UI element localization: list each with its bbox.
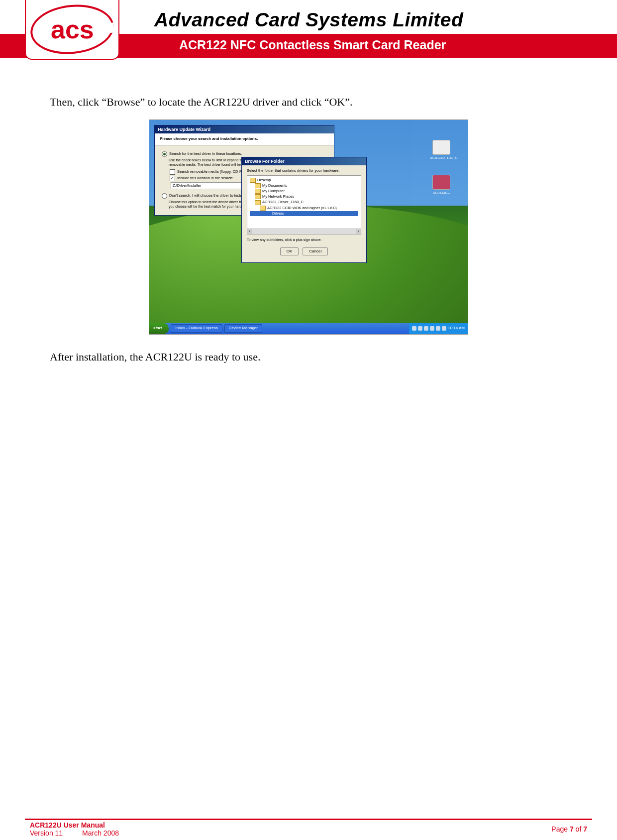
tray-icon[interactable] bbox=[424, 326, 428, 331]
logo-oval: acs bbox=[28, 0, 116, 58]
company-name: Advanced Card Systems Limited bbox=[154, 9, 463, 31]
wizard-option-search: Search for the best driver in these loca… bbox=[162, 151, 327, 157]
tree-label: My Network Places bbox=[262, 194, 294, 199]
footer-version: Version 11 March 2008 bbox=[30, 829, 119, 837]
tree-node-ccid[interactable]: ACR122 CCID WDK and higher (v1.1.6.0) bbox=[250, 206, 358, 211]
wizard-path-input[interactable]: Z:\Driver\Installer bbox=[171, 182, 244, 189]
paragraph-1: Then, click “Browse” to locate the ACR12… bbox=[50, 95, 567, 110]
browse-note: To view any subfolders, click a plus sig… bbox=[247, 238, 361, 242]
start-button[interactable]: start bbox=[149, 323, 169, 334]
wizard-option-label: Search for the best driver in these loca… bbox=[169, 151, 242, 156]
tree-node-desktop[interactable]: Desktop bbox=[250, 178, 358, 183]
footer-left: ACR122U User Manual Version 11 March 200… bbox=[30, 821, 119, 837]
folder-icon bbox=[255, 189, 261, 194]
system-tray: 10:14 AM bbox=[409, 323, 468, 334]
tree-label: Drivers bbox=[272, 211, 284, 216]
screenshot-figure: ACR122U_1160_C ACR122U... Hardware Updat… bbox=[149, 120, 468, 335]
tray-clock: 10:14 AM bbox=[448, 326, 465, 331]
folder-tree[interactable]: Desktop My Documents My Computer My Netw… bbox=[247, 175, 361, 229]
archive-icon bbox=[432, 175, 450, 190]
browse-body: Select the folder that contains drivers … bbox=[242, 165, 366, 263]
wizard-heading: Please choose your search and installati… bbox=[155, 133, 334, 145]
folder-icon bbox=[260, 206, 266, 211]
tree-node-driverfolder[interactable]: ACR122_Driver_1160_C bbox=[250, 200, 358, 205]
scroll-left-icon[interactable]: ‹ bbox=[247, 229, 252, 234]
page-of: of bbox=[574, 825, 583, 833]
tray-icon[interactable] bbox=[442, 326, 446, 331]
browse-titlebar: Browse For Folder bbox=[242, 157, 366, 165]
logo-badge: acs bbox=[25, 0, 119, 60]
checkbox-icon[interactable] bbox=[170, 169, 175, 175]
browse-buttons: OK Cancel bbox=[247, 245, 361, 260]
footer-date: March 2008 bbox=[82, 829, 119, 837]
windows-taskbar: start Inbox - Outlook Express Device Man… bbox=[149, 323, 468, 334]
footer-title: ACR122U User Manual bbox=[30, 821, 119, 829]
desktop-icon-folder: ACR122U_1160_C bbox=[430, 140, 453, 160]
tree-node-drivers[interactable]: Drivers bbox=[250, 211, 358, 216]
tray-icon[interactable] bbox=[430, 326, 434, 331]
tree-label: ACR122_Driver_1160_C bbox=[262, 200, 304, 205]
taskbar-item-devmgr[interactable]: Device Manager bbox=[224, 324, 262, 333]
scroll-right-icon[interactable]: › bbox=[356, 229, 361, 234]
tree-node-computer[interactable]: My Computer bbox=[250, 189, 358, 194]
folder-icon bbox=[250, 178, 256, 183]
radio-icon[interactable] bbox=[162, 151, 167, 157]
ok-button[interactable]: OK bbox=[280, 247, 299, 256]
radio-icon[interactable] bbox=[162, 193, 167, 199]
tree-node-network[interactable]: My Network Places bbox=[250, 194, 358, 199]
wizard-titlebar: Hardware Update Wizard bbox=[155, 125, 334, 133]
page-content: Then, click “Browse” to locate the ACR12… bbox=[0, 60, 617, 364]
page-current: 7 bbox=[570, 825, 574, 833]
folder-icon bbox=[432, 140, 450, 155]
checkbox-label: Include this location in the search: bbox=[177, 176, 233, 181]
tree-label: ACR122 CCID WDK and higher (v1.1.6.0) bbox=[267, 206, 337, 211]
page-label: Page bbox=[551, 825, 570, 833]
wizard-option-label: Don't search. I will choose the driver t… bbox=[169, 193, 245, 198]
folder-icon bbox=[255, 194, 261, 199]
tree-node-documents[interactable]: My Documents bbox=[250, 183, 358, 188]
desktop-icon-archive: ACR122U... bbox=[430, 175, 453, 195]
desktop-icon-label: ACR122U... bbox=[432, 191, 450, 195]
desktop-icon-label: ACR122U_1160_C bbox=[430, 156, 457, 160]
cancel-button[interactable]: Cancel bbox=[303, 247, 328, 256]
page-total: 7 bbox=[583, 825, 587, 833]
start-label: start bbox=[153, 326, 162, 331]
tray-icon[interactable] bbox=[412, 326, 416, 331]
taskbar-item-outlook[interactable]: Inbox - Outlook Express bbox=[171, 324, 222, 333]
tree-scrollbar[interactable]: ‹› bbox=[247, 229, 361, 235]
footer-divider bbox=[25, 819, 592, 820]
tray-icon[interactable] bbox=[418, 326, 422, 331]
paragraph-2: After installation, the ACR122U is ready… bbox=[50, 350, 567, 364]
page-header: acs Advanced Card Systems Limited ACR122… bbox=[0, 0, 617, 60]
footer-page: Page 7 of 7 bbox=[551, 825, 587, 833]
browse-folder-dialog: Browse For Folder Select the folder that… bbox=[241, 157, 367, 263]
folder-icon bbox=[255, 183, 261, 188]
tree-label: Desktop bbox=[257, 178, 271, 183]
checkbox-icon[interactable] bbox=[170, 176, 175, 181]
logo-text: acs bbox=[51, 14, 94, 44]
tray-icon[interactable] bbox=[436, 326, 440, 331]
product-subtitle: ACR122 NFC Contactless Smart Card Reader bbox=[179, 38, 446, 52]
folder-icon bbox=[265, 211, 271, 216]
tree-label: My Computer bbox=[262, 189, 285, 194]
tree-label: My Documents bbox=[262, 183, 287, 188]
folder-icon bbox=[255, 200, 261, 205]
browse-hint: Select the folder that contains drivers … bbox=[247, 168, 361, 173]
footer-version-label: Version 11 bbox=[30, 829, 63, 837]
